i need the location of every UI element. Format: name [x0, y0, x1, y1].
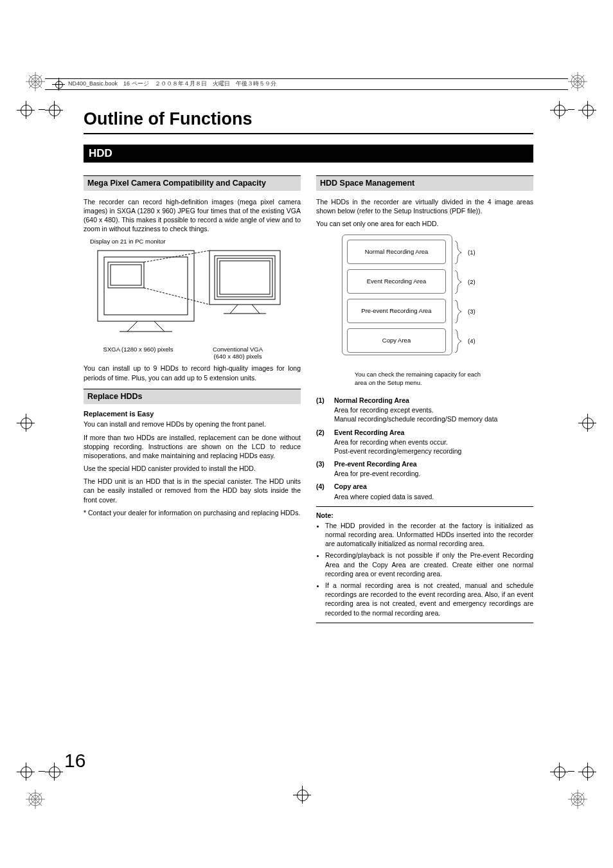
book-icon [54, 80, 63, 89]
section-bar: HDD [84, 145, 533, 163]
rule [316, 506, 533, 507]
diag-num-1: (1) [468, 249, 475, 257]
diag-area-4: Copy Area [347, 328, 446, 353]
svg-rect-34 [220, 261, 270, 294]
tick [39, 109, 45, 110]
paragraph-footnote: * Contact your dealer for information on… [84, 508, 301, 517]
note-item: The HDD provided in the recorder at the … [325, 521, 533, 549]
svg-line-38 [144, 251, 209, 262]
register-mark-icon [48, 103, 60, 116]
note-list: The HDD provided in the recorder at the … [316, 521, 533, 617]
diag-num-4: (4) [468, 337, 475, 346]
subheading-hdd-space: HDD Space Management [316, 175, 533, 191]
paragraph: The recorder can record high-definition … [84, 197, 301, 234]
list-desc: Area for recording except events. Manual… [334, 405, 497, 423]
page-number: 16 [64, 750, 85, 772]
svg-line-29 [154, 321, 164, 332]
register-mark-icon [581, 416, 594, 429]
figure-caption: Display on 21 in PC monitor [90, 238, 301, 246]
svg-rect-26 [108, 262, 144, 288]
note-item: Recording/playback is not possible if on… [325, 551, 533, 578]
list-title: Event Recording Area [334, 428, 461, 437]
list-num: (4) [316, 482, 334, 500]
list-num: (3) [316, 459, 334, 478]
hdd-area-diagram: Normal Recording Area Event Recording Ar… [342, 232, 509, 367]
svg-line-39 [144, 288, 209, 305]
figure-label-vga-2: (640 x 480) pixels [193, 353, 283, 360]
print-mark-tr [568, 72, 587, 91]
svg-rect-24 [98, 251, 194, 321]
svg-rect-33 [217, 258, 272, 297]
area-list: (1) Normal Recording Area Area for recor… [316, 396, 533, 501]
right-column: HDD Space Management The HDDs in the rec… [316, 175, 533, 627]
paragraph: You can set only one area for each HDD. [316, 219, 533, 228]
brace-icon [454, 270, 464, 294]
note-label: Note: [316, 511, 533, 520]
paragraph: You can install up to 9 HDDs to record h… [84, 364, 301, 382]
svg-rect-27 [111, 265, 141, 285]
print-mark-br [568, 790, 587, 809]
paragraph: The HDDs in the recorder are virtually d… [316, 197, 533, 215]
list-num: (1) [316, 396, 334, 424]
monitor-figure [84, 248, 301, 353]
svg-rect-32 [215, 256, 275, 299]
list-desc: Area for recording when events occur. Po… [334, 438, 461, 456]
register-mark-icon [48, 765, 60, 778]
paragraph: You can install and remove HDDs by openi… [84, 420, 301, 429]
page: ND400_Basic.book 16 ページ ２００８年４月８日 火曜日 午後… [0, 0, 613, 868]
paragraph: Use the special HDD canister provided to… [84, 464, 301, 473]
list-num: (2) [316, 428, 334, 456]
tick [39, 771, 45, 772]
tick [568, 771, 574, 772]
content: Outline of Functions HDD Mega Pixel Came… [84, 109, 533, 627]
print-mark-tl [26, 72, 45, 91]
paragraph: If more than two HDDs are installed, rep… [84, 433, 301, 461]
list-title: Copy area [334, 482, 434, 491]
title-rule [84, 133, 533, 134]
diag-num-3: (3) [468, 308, 475, 316]
list-desc: Area where copied data is saved. [334, 492, 434, 501]
register-mark-icon [553, 765, 565, 778]
header-strip: ND400_Basic.book 16 ページ ２００８年４月８日 火曜日 午後… [45, 78, 568, 90]
rule [316, 623, 533, 623]
register-mark-icon [19, 103, 32, 116]
diagram-caption: You can check the remaining capacity for… [355, 371, 490, 387]
header-text: ND400_Basic.book 16 ページ ２００８年４月８日 火曜日 午後… [68, 80, 276, 88]
svg-line-28 [127, 321, 138, 332]
note-item: If a normal recording area is not create… [325, 581, 533, 617]
list-title: Pre-event Recording Area [334, 459, 420, 468]
list-desc: Area for pre-event recording. [334, 469, 420, 478]
svg-rect-25 [104, 257, 188, 315]
register-mark-icon [581, 103, 594, 116]
register-mark-icon [296, 788, 308, 801]
subheading-replace: Replace HDDs [84, 389, 301, 404]
diag-area-2: Event Recording Area [347, 269, 446, 294]
register-mark-icon [553, 103, 565, 116]
brace-icon [454, 241, 464, 264]
left-column: Mega Pixel Camera Compatibility and Capa… [84, 175, 301, 627]
brace-icon [454, 330, 464, 353]
diag-area-1: Normal Recording Area [347, 240, 446, 264]
subheading-megapixel: Mega Pixel Camera Compatibility and Capa… [84, 175, 301, 191]
register-mark-icon [19, 416, 32, 429]
paragraph: The HDD unit is an HDD that is in the sp… [84, 477, 301, 504]
svg-line-36 [252, 305, 260, 314]
brace-icon [454, 300, 464, 323]
diag-area-3: Pre-event Recording Area [347, 299, 446, 323]
svg-line-35 [230, 305, 238, 314]
list-title: Normal Recording Area [334, 396, 497, 405]
print-mark-bl [26, 790, 45, 809]
register-mark-icon [581, 765, 594, 778]
register-mark-icon [19, 765, 32, 778]
page-title: Outline of Functions [84, 109, 533, 129]
tick [568, 109, 574, 110]
heading-replacement-easy: Replacement is Easy [84, 409, 301, 419]
diag-num-2: (2) [468, 278, 475, 287]
